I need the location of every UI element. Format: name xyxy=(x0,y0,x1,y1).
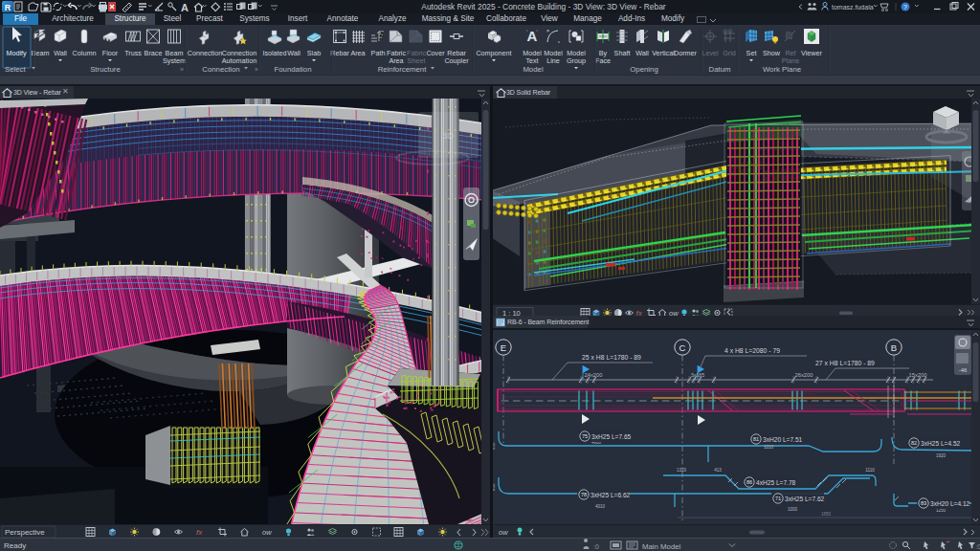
svg-text:26x200: 26x200 xyxy=(794,372,813,378)
svg-text:tomasz.fudala: tomasz.fudala xyxy=(832,4,874,11)
svg-text:Main Model: Main Model xyxy=(642,542,681,551)
svg-text:Viewer: Viewer xyxy=(801,49,822,57)
svg-text:Datum: Datum xyxy=(709,65,731,74)
svg-text:Line: Line xyxy=(546,56,560,65)
svg-text:Select: Select xyxy=(5,65,27,74)
svg-text:Foundation: Foundation xyxy=(274,65,311,74)
svg-text:83: 83 xyxy=(921,500,926,506)
svg-text:»: » xyxy=(180,66,184,73)
svg-text:Path: Path xyxy=(371,49,386,57)
svg-text:Connection: Connection xyxy=(202,65,239,74)
svg-text:?: ? xyxy=(903,4,907,11)
svg-text:Autodesk Revit 2025 - Concrete: Autodesk Revit 2025 - Concrete Building … xyxy=(421,2,665,11)
svg-text:4010: 4010 xyxy=(595,504,606,509)
svg-text:Sheet: Sheet xyxy=(408,56,426,65)
svg-text:1920: 1920 xyxy=(936,453,947,458)
svg-text:Truss: Truss xyxy=(124,49,142,57)
svg-text:Connection: Connection xyxy=(188,49,222,57)
svg-text:24x200: 24x200 xyxy=(584,372,602,378)
svg-text:Column: Column xyxy=(73,49,97,57)
svg-text:ow: ow xyxy=(499,528,508,537)
svg-text:27 x H8 L=1780 - 89: 27 x H8 L=1780 - 89 xyxy=(815,360,875,366)
svg-text:71: 71 xyxy=(775,496,781,501)
svg-text:Area: Area xyxy=(389,56,403,65)
svg-text:Wall: Wall xyxy=(54,49,67,57)
svg-text:15x200: 15x200 xyxy=(908,372,926,378)
svg-text:Isolated: Isolated xyxy=(262,49,286,57)
svg-text:3xH25 L=7.65: 3xH25 L=7.65 xyxy=(591,433,632,440)
svg-text:Set: Set xyxy=(746,49,757,57)
svg-text:Coupler: Coupler xyxy=(444,56,469,65)
svg-text:Plane: Plane xyxy=(782,56,799,65)
svg-text:Floor: Floor xyxy=(102,49,119,57)
svg-text:E: E xyxy=(501,342,506,353)
svg-text:3xH20 L=7.51: 3xH20 L=7.51 xyxy=(763,436,803,443)
svg-text:Grid: Grid xyxy=(723,49,736,57)
svg-text:1110: 1110 xyxy=(865,468,875,473)
svg-text:»: » xyxy=(255,66,258,73)
svg-text:82: 82 xyxy=(911,440,917,446)
svg-text:B: B xyxy=(891,342,897,353)
svg-text:A: A xyxy=(527,28,538,44)
svg-text:3D: 3D xyxy=(442,131,454,141)
svg-text::0: :0 xyxy=(976,543,980,550)
svg-text:Perspective: Perspective xyxy=(5,528,45,537)
svg-text:4 x H8 L=2080 - 79: 4 x H8 L=2080 - 79 xyxy=(724,347,780,354)
svg-text:78: 78 xyxy=(581,492,587,497)
svg-text:Group: Group xyxy=(567,56,586,65)
svg-text:413: 413 xyxy=(714,468,722,473)
svg-text:1000: 1000 xyxy=(788,507,798,512)
svg-text:Wall: Wall xyxy=(635,49,649,57)
svg-text:Component: Component xyxy=(476,49,511,57)
svg-text:4xH25 L=7.78: 4xH25 L=7.78 xyxy=(756,479,796,486)
svg-text:A: A xyxy=(181,2,189,13)
svg-text:Automation: Automation xyxy=(222,56,256,65)
svg-text:Cover: Cover xyxy=(426,49,445,57)
svg-text:3xH20 L=4.12: 3xH20 L=4.12 xyxy=(930,500,970,507)
svg-text:81: 81 xyxy=(753,436,759,442)
svg-text:25 x H8 L=1780 - 89: 25 x H8 L=1780 - 89 xyxy=(582,354,641,361)
svg-text:Show: Show xyxy=(763,49,781,57)
svg-text:Level: Level xyxy=(702,49,719,57)
svg-text:Text: Text xyxy=(525,56,538,65)
svg-text:Modify: Modify xyxy=(6,49,27,57)
svg-text:1650: 1650 xyxy=(821,512,832,517)
svg-text:Work Plane: Work Plane xyxy=(763,65,801,74)
svg-text:Dormer: Dormer xyxy=(674,49,698,57)
svg-text:Area: Area xyxy=(350,49,365,57)
svg-text:3xH25 L=7.62: 3xH25 L=7.62 xyxy=(785,496,825,502)
svg-text:Slab: Slab xyxy=(307,49,321,57)
svg-text:Brace: Brace xyxy=(145,49,163,57)
svg-text:3xH25 L=6.62: 3xH25 L=6.62 xyxy=(590,492,631,498)
svg-text:86: 86 xyxy=(746,479,752,485)
svg-text:-46: -46 xyxy=(959,367,968,373)
svg-text:C: C xyxy=(679,342,686,353)
svg-text:3xH25 L=4.52: 3xH25 L=4.52 xyxy=(921,440,961,447)
svg-text:Rebar: Rebar xyxy=(330,49,349,57)
svg-text::0: :0 xyxy=(593,543,599,550)
svg-text:1320: 1320 xyxy=(677,468,687,473)
svg-text:fx: fx xyxy=(196,528,203,537)
svg-text:75: 75 xyxy=(582,433,588,439)
svg-text:Model: Model xyxy=(523,65,544,74)
svg-text:Shaft: Shaft xyxy=(614,49,631,57)
svg-text:System: System xyxy=(163,56,186,65)
svg-text:Opening: Opening xyxy=(630,65,657,74)
svg-text:ow: ow xyxy=(262,528,272,537)
svg-text:Vertical: Vertical xyxy=(652,49,675,57)
svg-text:Structure: Structure xyxy=(90,65,121,74)
svg-text:Ready: Ready xyxy=(4,541,26,550)
svg-text:Face: Face xyxy=(595,56,611,65)
svg-text:Reinforcement: Reinforcement xyxy=(378,65,428,74)
svg-text:1010: 1010 xyxy=(764,445,774,450)
svg-text:R: R xyxy=(5,3,11,12)
svg-text:Wall: Wall xyxy=(287,49,301,57)
